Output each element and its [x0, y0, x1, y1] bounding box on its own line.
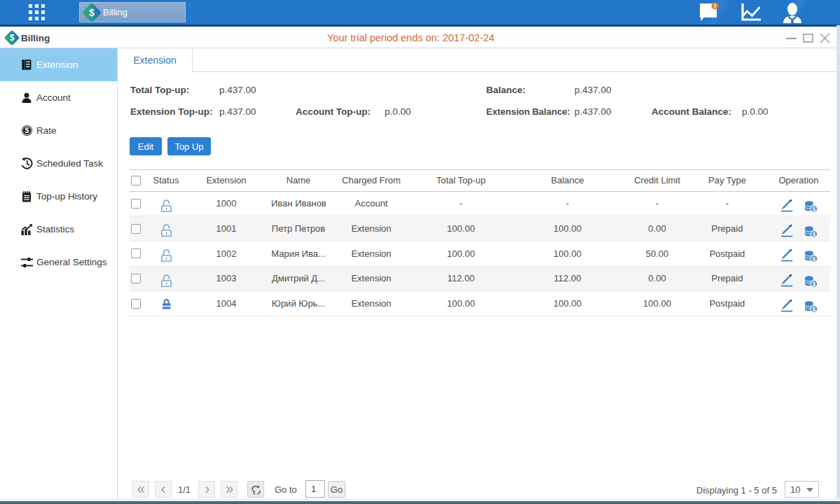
- svg-text:$: $: [812, 205, 815, 212]
- svg-text:$: $: [25, 126, 29, 134]
- svg-text:$: $: [812, 305, 815, 312]
- svg-text:$: $: [812, 230, 815, 237]
- svg-text:$: $: [812, 281, 815, 288]
- svg-text:$: $: [812, 255, 815, 262]
